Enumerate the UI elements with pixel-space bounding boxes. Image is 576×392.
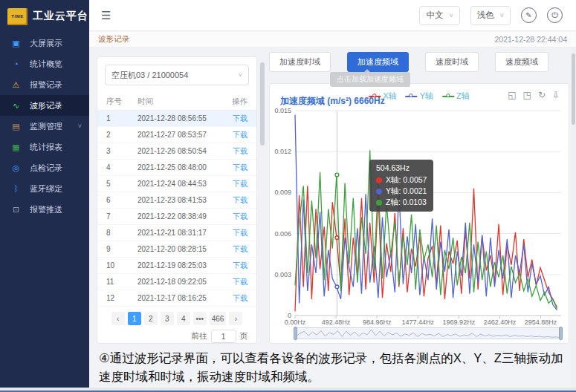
- sidebar-item-报警记录[interactable]: ⚠报警记录: [0, 74, 89, 95]
- breadcrumb[interactable]: 波形记录: [98, 34, 129, 45]
- download-link[interactable]: 下载: [233, 229, 247, 237]
- sidebar-item-蓝牙绑定[interactable]: ᛒ蓝牙绑定: [0, 178, 89, 199]
- logout-power-icon[interactable]: ⏻︎: [547, 7, 563, 23]
- download-link[interactable]: 下载: [233, 131, 247, 139]
- legend-item-Z轴[interactable]: Z轴: [442, 91, 470, 102]
- download-link[interactable]: 下载: [233, 147, 247, 155]
- device-select[interactable]: 空压机03 / 21000054 ˅: [105, 65, 249, 85]
- table-row[interactable]: 32021-12-26 08:50:54下载: [97, 143, 256, 160]
- sidebar-item-label: 点检记录: [30, 163, 62, 174]
- table-row[interactable]: 102021-12-19 08:25:03下载: [97, 258, 256, 274]
- row-action: 下载: [227, 228, 247, 238]
- sidebar-item-label: 统计报表: [30, 142, 62, 153]
- goto-page-input[interactable]: [211, 330, 236, 343]
- sidebar-item-点检记录[interactable]: ◎点检记录: [0, 157, 89, 178]
- row-time: 2021-12-18 09:22:05: [137, 278, 227, 286]
- download-link[interactable]: 下载: [233, 245, 247, 253]
- legend-item-X轴[interactable]: X轴: [369, 91, 396, 102]
- bluetooth-icon: ᛒ: [11, 184, 21, 193]
- page-scrollbar-thumb[interactable]: [572, 53, 575, 125]
- row-no: 8: [106, 229, 137, 237]
- download-icon[interactable]: ⇩: [552, 91, 560, 99]
- download-link[interactable]: 下载: [233, 212, 247, 220]
- table-row[interactable]: 52021-12-24 08:44:53下载: [97, 176, 256, 192]
- tab-加速度时域[interactable]: 加速度时域: [269, 52, 331, 72]
- tab-加速度频域[interactable]: 加速度频域: [347, 52, 409, 72]
- theme-select[interactable]: 浅色 ˅: [470, 6, 511, 25]
- table-row[interactable]: 92021-12-20 08:28:15下载: [97, 241, 256, 258]
- sidebar-item-报警推送[interactable]: ⊡报警推送: [0, 199, 89, 220]
- download-link[interactable]: 下载: [233, 180, 247, 188]
- datazoom-right-handle[interactable]: [559, 327, 563, 340]
- tab-速度时域[interactable]: 速度时域: [425, 52, 479, 72]
- pencil-icon: ✎: [525, 11, 531, 19]
- sidebar-item-监测管理[interactable]: ▤监测管理˅: [0, 116, 89, 137]
- caption-band: ④通过波形记录界面，可以查看各设备的波形记录，包括各测点的X、Y、Z三轴振动加速…: [89, 345, 576, 388]
- download-link[interactable]: 下载: [233, 114, 247, 122]
- row-time: 2021-12-22 08:38:49: [137, 212, 227, 220]
- sidebar-item-波形记录[interactable]: ∿波形记录: [0, 95, 89, 116]
- table-row[interactable]: 42021-12-25 08:48:00下载: [97, 160, 256, 176]
- record-table-header: 序号 时间 操作: [97, 93, 256, 111]
- table-row[interactable]: 12021-12-28 08:56:55下载: [97, 111, 256, 127]
- sidebar-item-统计概览[interactable]: ◔统计概览: [0, 53, 89, 74]
- page-button-4[interactable]: 4: [177, 312, 190, 325]
- row-time: 2021-12-25 08:48:00: [137, 163, 227, 172]
- row-action: 下载: [227, 114, 247, 124]
- page-button-466[interactable]: 466: [210, 312, 227, 325]
- tab-速度频域[interactable]: 速度频域: [495, 52, 549, 72]
- language-select-value: 中文: [426, 10, 443, 21]
- refresh-icon[interactable]: ↻: [538, 91, 546, 99]
- y-tick-label: 0.015: [274, 107, 291, 114]
- x-tick-label: 0.00Hz: [285, 318, 306, 326]
- alarm-icon: ⚠: [11, 80, 21, 90]
- chevron-down-icon: ˅: [78, 122, 82, 130]
- table-row[interactable]: 82021-12-21 08:31:17下载: [97, 225, 256, 241]
- row-no: 7: [106, 212, 137, 220]
- prev-page-button[interactable]: ‹: [111, 312, 125, 325]
- row-action: 下载: [227, 130, 247, 140]
- row-time: 2021-12-23 08:41:53: [137, 196, 227, 204]
- datazoom-left-handle[interactable]: [294, 327, 297, 340]
- zoom-box-icon[interactable]: ◱: [508, 91, 516, 99]
- page-button-2[interactable]: 2: [144, 312, 158, 325]
- server-timestamp: 2021-12-28 22:44:04: [495, 35, 568, 44]
- row-action: 下载: [227, 244, 247, 255]
- download-link[interactable]: 下载: [233, 196, 247, 204]
- chart-plot-area[interactable]: 00.0030.0060.0090.0120.015 0.00Hz492.48H…: [295, 111, 561, 316]
- page-unit-label: 页: [240, 331, 248, 342]
- table-row[interactable]: 62021-12-23 08:41:53下载: [97, 192, 256, 209]
- sidebar-item-label: 波形记录: [30, 100, 62, 111]
- page-button-3[interactable]: 3: [161, 312, 174, 325]
- row-time: 2021-12-27 08:53:57: [137, 131, 227, 139]
- page-button-1[interactable]: 1: [128, 312, 141, 325]
- datazoom-slider[interactable]: [295, 327, 561, 339]
- legend-item-Y轴[interactable]: Y轴: [406, 91, 433, 102]
- y-tick-label: 0.006: [274, 230, 291, 238]
- table-row[interactable]: 122021-12-17 08:16:25下载: [97, 290, 256, 307]
- download-link[interactable]: 下载: [233, 278, 247, 286]
- row-no: 9: [106, 245, 137, 253]
- chevron-down-icon: ˅: [239, 71, 242, 79]
- legend-label: X轴: [383, 91, 396, 102]
- download-link[interactable]: 下载: [233, 163, 247, 172]
- row-action: 下载: [227, 195, 247, 206]
- table-row[interactable]: 72021-12-22 08:38:49下载: [97, 209, 256, 225]
- restore-box-icon[interactable]: ◳: [523, 91, 531, 99]
- row-no: 1: [106, 114, 137, 122]
- next-page-button[interactable]: ›: [229, 312, 242, 325]
- table-row[interactable]: 22021-12-27 08:53:57下载: [97, 127, 256, 143]
- sidebar-item-统计报表[interactable]: ▦统计报表: [0, 137, 89, 157]
- download-link[interactable]: 下载: [233, 294, 247, 302]
- monitor-icon: ▣: [11, 39, 21, 48]
- sidebar-item-大屏展示[interactable]: ▣大屏展示: [0, 33, 89, 53]
- app-title: 工业云平台: [33, 10, 88, 23]
- download-link[interactable]: 下载: [233, 261, 247, 270]
- record-list-card: 空压机03 / 21000054 ˅ 序号 时间 操作 12021-12-28 …: [97, 56, 257, 344]
- edit-profile-icon[interactable]: ✎: [521, 7, 537, 23]
- collapse-menu-icon[interactable]: ☰: [101, 9, 111, 22]
- inner-scrollbar-thumb[interactable]: [260, 62, 265, 146]
- waveform-tabs: 加速度时域加速度频域速度时域速度频域: [269, 52, 549, 72]
- table-row[interactable]: 112021-12-18 09:22:05下载: [97, 274, 256, 290]
- language-select[interactable]: 中文 ˅: [419, 6, 459, 25]
